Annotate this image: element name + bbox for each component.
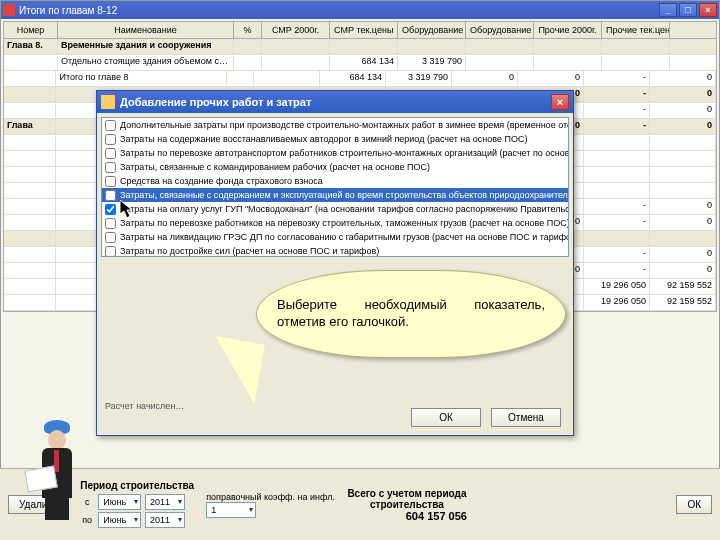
cell: 3 319 790 (398, 55, 466, 70)
grid-header: НомерНаименование%СМР 2000г.СМР тек.цены… (4, 22, 716, 39)
cell (4, 55, 58, 70)
cell (534, 39, 602, 54)
column-header[interactable]: Наименование (58, 22, 234, 38)
column-header[interactable]: СМР тек.цены (330, 22, 398, 38)
column-header[interactable]: СМР 2000г. (262, 22, 330, 38)
cell (330, 39, 398, 54)
cell (4, 71, 56, 86)
cell: 92 159 552 (650, 279, 716, 294)
dialog-icon (101, 95, 115, 109)
person-clipart (30, 420, 90, 520)
dialog-ok-button[interactable]: ОК (411, 408, 481, 427)
item-label: Затраты, связанные с содержанием и экспл… (120, 189, 568, 201)
callout-tail (205, 336, 265, 404)
cell: - (584, 87, 650, 102)
cell: Глава (4, 119, 56, 134)
cell: 0 (650, 263, 716, 278)
column-header[interactable]: Номер (4, 22, 58, 38)
cell (262, 39, 330, 54)
checklist-item[interactable]: Затраты по перевозке работников на перев… (102, 216, 568, 230)
cell (650, 231, 716, 246)
column-header[interactable]: Оборудование тек.цены (466, 22, 534, 38)
checklist-item[interactable]: Затраты, связанные с командированием раб… (102, 160, 568, 174)
cell (4, 183, 56, 198)
column-header[interactable]: Прочие тек.цены (602, 22, 670, 38)
checklist-item[interactable]: Затраты, связанные с содержанием и экспл… (102, 188, 568, 202)
checklist-item[interactable]: Затраты на оплату услуг ГУП "Мосводокана… (102, 202, 568, 216)
cell (584, 151, 650, 166)
item-label: Затраты на содержание восстанавливаемых … (120, 133, 527, 145)
cell: - (584, 247, 650, 262)
cell (4, 135, 56, 150)
coef-combo[interactable]: 1 (206, 502, 256, 518)
table-row[interactable]: Итого по главе 8684 1343 319 79000-0 (4, 71, 716, 87)
item-checkbox[interactable] (105, 246, 116, 257)
cell (4, 295, 56, 310)
window-title: Итоги по главам 8-12 (19, 5, 657, 16)
dialog-titlebar: Добавление прочих работ и затрат × (97, 91, 573, 113)
close-button[interactable]: × (699, 3, 717, 17)
cost-checklist[interactable]: Дополнительные затраты при производстве … (101, 117, 569, 257)
cell: 0 (650, 247, 716, 262)
cell (4, 167, 56, 182)
checklist-item[interactable]: Средства на создание фонда страхового вз… (102, 174, 568, 188)
column-header[interactable]: Оборудование 2000г. (398, 22, 466, 38)
item-checkbox[interactable] (105, 162, 116, 173)
dialog-close-button[interactable]: × (551, 94, 569, 110)
cell: Временные здания и сооружения (58, 39, 234, 54)
cell (254, 71, 320, 86)
ok-button[interactable]: ОК (676, 495, 712, 514)
cell (4, 231, 56, 246)
item-checkbox[interactable] (105, 134, 116, 145)
year-to-combo[interactable]: 2011 (145, 512, 185, 528)
month-from-combo[interactable]: Июнь (98, 494, 141, 510)
item-label: Средства на создание фонда страхового вз… (120, 175, 323, 187)
item-checkbox[interactable] (105, 120, 116, 131)
checklist-item[interactable]: Затраты на ликвидацию ГРЭС ДП по согласо… (102, 230, 568, 244)
cell: Глава 8. (4, 39, 58, 54)
table-row[interactable]: Глава 8.Временные здания и сооружения (4, 39, 716, 55)
item-checkbox[interactable] (105, 190, 116, 201)
item-label: Дополнительные затраты при производстве … (120, 119, 568, 131)
add-costs-dialog: Добавление прочих работ и затрат × Допол… (96, 90, 574, 436)
item-checkbox[interactable] (105, 204, 116, 215)
table-row[interactable]: Отдельно стоящие здания объемом свыше 50… (4, 55, 716, 71)
checklist-item[interactable]: Затраты по перевозке автотранспортом раб… (102, 146, 568, 160)
cell: Итого по главе 8 (56, 71, 226, 86)
cell (262, 55, 330, 70)
dialog-title: Добавление прочих работ и затрат (120, 96, 551, 108)
item-checkbox[interactable] (105, 232, 116, 243)
item-checkbox[interactable] (105, 218, 116, 229)
column-header[interactable]: % (234, 22, 262, 38)
checklist-item[interactable]: Затраты на содержание восстанавливаемых … (102, 132, 568, 146)
cell (234, 39, 262, 54)
cell: 0 (452, 71, 518, 86)
cell: - (584, 71, 650, 86)
cell (4, 247, 56, 262)
cell (584, 167, 650, 182)
item-checkbox[interactable] (105, 148, 116, 159)
cell (466, 39, 534, 54)
checklist-item[interactable]: Затраты по достройке сил (расчет на осно… (102, 244, 568, 257)
cell: 684 134 (330, 55, 398, 70)
checklist-item[interactable]: Дополнительные затраты при производстве … (102, 118, 568, 132)
item-label: Затраты по достройке сил (расчет на осно… (120, 245, 379, 257)
maximize-button[interactable]: □ (679, 3, 697, 17)
month-to-combo[interactable]: Июнь (98, 512, 141, 528)
cell: - (584, 119, 650, 134)
cell: 19 296 050 (584, 295, 650, 310)
dialog-cancel-button[interactable]: Отмена (491, 408, 561, 427)
item-label: Затраты на ликвидацию ГРЭС ДП по согласо… (120, 231, 568, 243)
cell (584, 183, 650, 198)
app-icon (3, 4, 15, 16)
year-from-combo[interactable]: 2011 (145, 494, 185, 510)
cell (650, 183, 716, 198)
item-checkbox[interactable] (105, 176, 116, 187)
total-block: Всего с учетом периода строительства 604… (347, 488, 467, 522)
cell: 0 (650, 87, 716, 102)
cell: 0 (650, 103, 716, 118)
minimize-button[interactable]: _ (659, 3, 677, 17)
total-label: Всего с учетом периода строительства (347, 488, 467, 510)
cell (4, 263, 56, 278)
column-header[interactable]: Прочие 2000г. (534, 22, 602, 38)
